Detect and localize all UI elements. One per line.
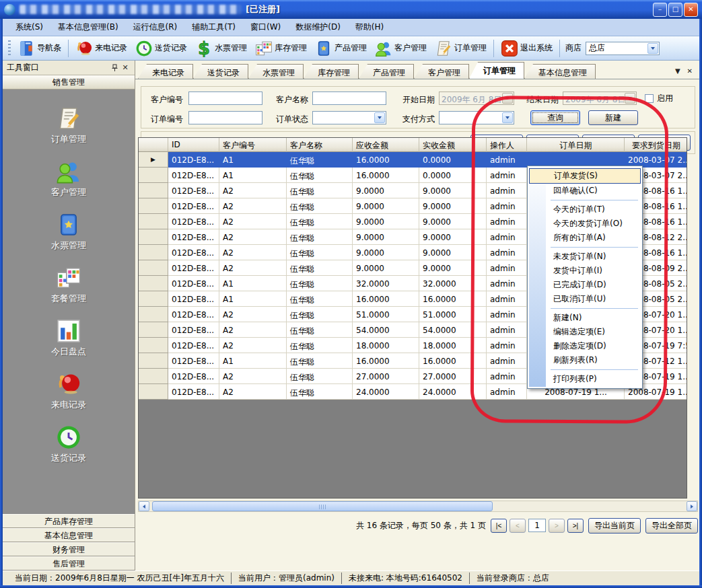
context-menu-item[interactable]: 新建(N)	[529, 311, 641, 325]
end-date-arrow-icon[interactable]	[625, 93, 635, 104]
sidebar-item[interactable]: 客户管理	[3, 159, 135, 198]
tab[interactable]: 来电记录	[138, 64, 193, 79]
order-status-combo[interactable]	[312, 111, 386, 124]
tab[interactable]: 订单管理	[469, 62, 524, 79]
toolbar-button[interactable]: 送货记录	[131, 38, 191, 59]
context-menu-item[interactable]: 发货中订单(I)	[529, 264, 641, 278]
toolbar-button[interactable]: 库存管理	[251, 38, 311, 59]
next-page-button[interactable]: >	[549, 519, 565, 533]
menu-bar-item[interactable]: 窗口(W)	[243, 20, 288, 35]
menu-bar-item[interactable]: 辅助工具(T)	[184, 20, 243, 35]
context-menu-item[interactable]: 删除选定项(D)	[529, 339, 641, 353]
tab-close-icon[interactable]: ✕	[687, 68, 693, 75]
toolbar-button[interactable]: 退出系统	[497, 38, 557, 59]
menu-bar-item[interactable]: 系统(S)	[8, 20, 50, 35]
tab[interactable]: 产品管理	[359, 64, 414, 79]
end-date-picker[interactable]: 2009年 6月 8日	[563, 91, 637, 105]
row-selector-cell[interactable]	[139, 369, 168, 384]
export-current-page-button[interactable]: 导出当前页	[588, 518, 641, 534]
context-menu-item[interactable]: 今天的订单(T)	[529, 203, 641, 217]
row-selector-cell[interactable]	[139, 168, 168, 183]
query-button[interactable]: 查询	[530, 110, 580, 125]
grid-header-cell[interactable]: 客户名称	[287, 138, 353, 152]
row-selector-cell[interactable]	[139, 338, 168, 353]
pay-method-combo[interactable]	[439, 111, 514, 124]
toolbar-button[interactable]: $ 水票管理	[191, 38, 251, 59]
pay-method-arrow-icon[interactable]	[502, 112, 513, 123]
context-menu-item[interactable]: 今天的发货订单(O)	[529, 217, 641, 231]
row-selector-cell[interactable]	[139, 198, 168, 214]
horizontal-scrollbar[interactable]	[138, 501, 698, 512]
grid-header-cell[interactable]: 操作人	[487, 138, 527, 152]
customer-name-input[interactable]	[312, 91, 386, 105]
sidebar-item[interactable]: 套餐管理	[3, 265, 135, 305]
scroll-right-icon[interactable]	[687, 501, 697, 511]
sidebar-item[interactable]: 今日盘点	[3, 318, 135, 358]
start-date-arrow-icon[interactable]	[502, 93, 513, 104]
toolbar-button[interactable]: 导航条	[13, 38, 65, 59]
tab[interactable]: 客户管理	[414, 64, 469, 79]
sidebar-group-bar[interactable]: 售后管理	[3, 556, 135, 571]
toolbar-button[interactable]: 订单管理	[431, 38, 491, 59]
tab[interactable]: 库存管理	[304, 64, 359, 79]
row-selector-cell[interactable]: ▶	[139, 152, 168, 168]
close-button[interactable]: ✕	[684, 3, 698, 17]
sidebar-item[interactable]: 订单管理	[3, 106, 135, 145]
new-button[interactable]: 新建	[588, 110, 638, 125]
row-selector-cell[interactable]	[139, 307, 168, 322]
scrollbar-thumb[interactable]	[152, 501, 493, 511]
tab-list-dropdown-icon[interactable]: ▼	[675, 68, 680, 75]
first-page-button[interactable]: |<	[491, 519, 507, 533]
grid-header-cell[interactable]: 应收金额	[353, 138, 419, 152]
enable-checkbox[interactable]	[645, 94, 654, 103]
menu-bar-item[interactable]: 基本信息管理(B)	[50, 20, 126, 35]
tab[interactable]: 基本信息管理	[524, 64, 596, 79]
context-menu-item[interactable]: 打印列表(P)	[529, 372, 641, 386]
row-selector-cell[interactable]	[139, 291, 168, 307]
tab[interactable]: 水票管理	[248, 64, 304, 79]
menu-bar-item[interactable]: 数据维护(D)	[288, 20, 348, 35]
tab[interactable]: 送货记录	[193, 64, 248, 79]
context-menu-item[interactable]: 已完成订单(D)	[529, 278, 641, 292]
enable-checkbox-row[interactable]: 启用	[645, 93, 673, 104]
toolbar-button[interactable]: 客户管理	[371, 38, 431, 59]
shop-combo[interactable]: 总店	[586, 42, 660, 55]
minimize-button[interactable]: －	[653, 3, 667, 17]
context-menu-item[interactable]: 订单发货(S)	[529, 168, 641, 184]
context-menu-item[interactable]: 已取消订单(U)	[529, 292, 641, 306]
row-selector-cell[interactable]	[139, 245, 168, 260]
page-number-input[interactable]	[528, 519, 546, 532]
shop-combo-arrow-icon[interactable]	[647, 43, 658, 54]
maximize-button[interactable]: □	[668, 3, 682, 17]
row-selector-cell[interactable]	[139, 276, 168, 291]
toolbar-button[interactable]: 产品管理	[311, 38, 371, 59]
row-selector-cell[interactable]	[139, 229, 168, 245]
scroll-left-icon[interactable]	[139, 501, 149, 511]
menu-bar-item[interactable]: 运行信息(R)	[126, 20, 185, 35]
prev-page-button[interactable]: <	[510, 519, 526, 533]
sidebar-group-bar[interactable]: 产品库存管理	[3, 514, 135, 528]
row-selector-cell[interactable]	[139, 260, 168, 276]
grid-header-cell[interactable]: 订单日期	[527, 138, 625, 152]
pin-icon[interactable]	[109, 63, 120, 73]
context-menu-item[interactable]: 刷新列表(R)	[529, 353, 641, 367]
row-selector-cell[interactable]	[139, 353, 168, 369]
sidebar-item[interactable]: 来电记录	[3, 371, 135, 411]
start-date-picker[interactable]: 2009年 6月 8日	[439, 91, 514, 105]
export-all-pages-button[interactable]: 导出全部页	[645, 518, 698, 534]
context-menu-item[interactable]: 回单确认(C)	[529, 184, 641, 198]
last-page-button[interactable]: >|	[567, 519, 584, 533]
sidebar-group-sales[interactable]: 销售管理	[3, 75, 135, 89]
menu-bar-item[interactable]: 帮助(H)	[348, 20, 391, 35]
grid-header-cell[interactable]: ID	[168, 138, 219, 152]
tool-window-close-icon[interactable]: ✕	[120, 63, 131, 73]
context-menu-item[interactable]: 编辑选定项(E)	[529, 325, 641, 339]
row-selector-cell[interactable]	[139, 322, 168, 338]
context-menu-item[interactable]: 未发货订单(N)	[529, 250, 641, 264]
grid-header-cell[interactable]: 客户编号	[219, 138, 287, 152]
sidebar-group-bar[interactable]: 财务管理	[3, 542, 135, 556]
order-no-input[interactable]	[188, 111, 262, 124]
row-selector-cell[interactable]	[139, 384, 168, 400]
customer-no-input[interactable]	[188, 91, 262, 105]
row-selector-cell[interactable]	[139, 183, 168, 198]
